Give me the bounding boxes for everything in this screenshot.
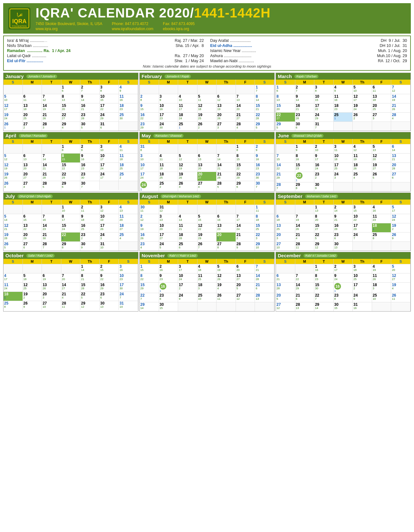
hijri-date: 8: [237, 149, 254, 152]
hijri-date: 17: [4, 108, 22, 111]
day-header-s: S: [119, 259, 138, 264]
hijri-date: 29: [140, 126, 158, 129]
gregorian-date: 18: [373, 283, 391, 287]
gregorian-date: 21: [256, 283, 273, 287]
gregorian-date: 29: [256, 122, 273, 126]
gregorian-date: 30: [81, 242, 99, 246]
hijri-date: 1: [140, 188, 158, 191]
day-header-th: Th: [217, 259, 236, 264]
gregorian-date: 25: [119, 233, 137, 237]
day-cell: [372, 242, 391, 251]
gregorian-date: 26: [392, 233, 410, 237]
gregorian-date: 22: [62, 233, 80, 237]
hijri-date: 28: [334, 228, 352, 231]
gregorian-date: 25: [179, 122, 197, 126]
hijri-date: 24: [392, 219, 410, 221]
gregorian-date: 22: [81, 292, 99, 296]
day-cell: 234: [140, 242, 159, 251]
gregorian-date: 23: [100, 292, 118, 296]
day-cell: [372, 302, 391, 311]
hijri-date: 13: [119, 209, 137, 212]
day-cell: 2813: [255, 293, 274, 302]
hijri-date: 13: [277, 99, 294, 102]
day-header-m: M: [295, 259, 315, 264]
day-cell: [61, 264, 81, 273]
hijri-date: 30: [256, 176, 273, 179]
hijri-date: 6: [277, 89, 294, 92]
hijri-date: 12: [81, 305, 99, 308]
gregorian-date: 2: [140, 95, 158, 99]
day-cell: 247: [353, 233, 372, 241]
day-header-t: T: [42, 259, 61, 264]
svg-text:اقرأ: اقرأ: [17, 13, 22, 17]
hijri-date: 6: [237, 186, 254, 188]
day-cell: 2712: [276, 302, 295, 311]
day-cell: 1724: [100, 163, 119, 172]
hijri-date: 8: [140, 149, 158, 152]
hijri-date: 6: [100, 296, 118, 299]
hijri-date: 24: [353, 108, 371, 111]
hijri-date: 9: [237, 246, 254, 249]
day-cell: 2130: [42, 233, 61, 241]
day-cell: 914: [295, 94, 315, 103]
day-cell: 1523: [295, 163, 315, 172]
hijri-date: 27: [119, 228, 137, 231]
hijri-date: 9: [81, 246, 99, 249]
gregorian-date: 29: [237, 181, 254, 186]
hijri-date: 14: [81, 99, 99, 102]
day-cell: 1824: [178, 113, 197, 122]
day-cell: 1421: [217, 163, 236, 172]
hijri-date: 7: [256, 89, 273, 92]
day-cell: 923: [159, 273, 178, 282]
hijri-date: 7: [277, 187, 294, 190]
day-cell: 1016: [159, 103, 178, 112]
hijri-date: 22: [140, 278, 158, 281]
day-cell: [23, 85, 42, 94]
day-cell: 813: [276, 94, 295, 103]
day-cell: 411: [119, 144, 138, 153]
hijri-date: 19: [4, 167, 22, 170]
day-cell: 712: [42, 94, 61, 103]
day-cell: 1827: [119, 223, 138, 232]
hijri-date: 6: [62, 89, 80, 92]
day-cell: 714: [42, 154, 61, 162]
day-cell: 1926: [3, 172, 23, 181]
day-header-th: Th: [217, 80, 236, 85]
day-cell: 2025: [23, 113, 42, 122]
day-header-m: M: [23, 80, 42, 85]
day-header-t: T: [178, 139, 197, 144]
day-cell: [178, 302, 197, 311]
hijri-date: 2: [198, 126, 216, 129]
day-cell: 1825: [119, 163, 138, 172]
day-cell: 183: [372, 283, 391, 293]
hijri-date: 19: [100, 219, 118, 221]
hijri-date: 18: [256, 219, 273, 221]
day-cell: 252: [159, 181, 178, 191]
hijri-date: 22: [100, 108, 118, 111]
day-cell: [217, 144, 236, 153]
day-cell: 1322: [23, 223, 42, 232]
hijri-date: 27: [392, 278, 410, 281]
day-cell: 263: [3, 181, 23, 190]
gregorian-date: 24: [353, 233, 371, 237]
hijri-date: 9: [256, 149, 273, 152]
gregorian-date: 18: [4, 292, 22, 296]
gregorian-date: 19: [23, 292, 41, 296]
gregorian-date: 18: [198, 283, 216, 287]
gregorian-date: 25: [334, 113, 352, 117]
day-header-s: S: [119, 200, 138, 205]
day-cell: 1924: [353, 103, 372, 112]
day-cell: 419: [372, 264, 391, 273]
day-cell: 1326: [42, 283, 61, 292]
gregorian-date: 23: [160, 293, 177, 298]
day-cell: 1226: [217, 273, 236, 282]
day-cell: 223: [255, 233, 274, 241]
hijri-date: 29: [62, 176, 80, 179]
hijri-date: 10: [179, 99, 197, 102]
hijri-date: 9: [315, 187, 333, 190]
gregorian-date: 28: [43, 122, 60, 126]
month-block-january: January Jumada-I / Jumada-IISMTWThFS1627…: [3, 73, 138, 131]
day-cell: 1217: [353, 94, 372, 103]
day-cell: 1530: [314, 283, 334, 293]
hijri-date: 11: [198, 99, 216, 102]
